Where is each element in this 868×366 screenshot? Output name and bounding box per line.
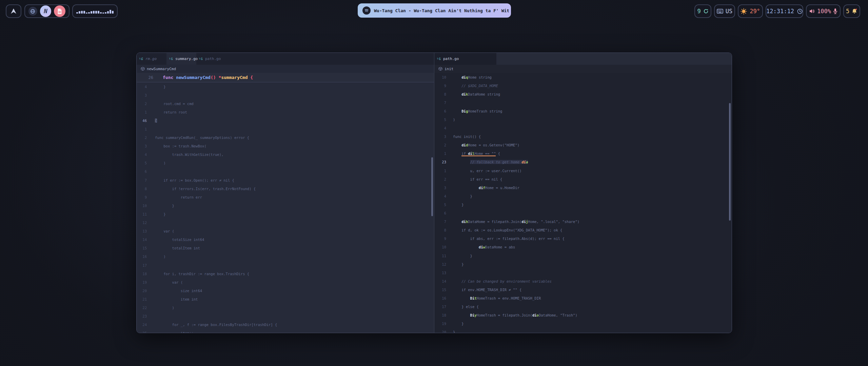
code-line: 8 if !errors.Is(err, trash.ErrNotFound) …	[137, 184, 434, 193]
notifications-widget[interactable]: 5	[843, 4, 860, 18]
symbol-cube-icon	[438, 67, 442, 71]
code-line: 12 }	[434, 260, 732, 268]
left-scrollbar[interactable]	[431, 157, 433, 216]
code-line: 3 difHome = u.HomeDir	[434, 183, 732, 192]
code-line: 16 )	[137, 252, 434, 261]
keyboard-icon	[717, 9, 723, 14]
updates-widget[interactable]: 9	[694, 4, 711, 18]
line-number: 10	[137, 204, 147, 208]
line-number: 18	[434, 313, 446, 317]
line-number: 23	[137, 314, 147, 318]
sticky-context-line: 26 func newSummaryCmd() *summaryCmd {	[137, 73, 434, 82]
code-line: 16 DitHomeTrash = env.HOME_TRASH_DIR	[434, 294, 732, 302]
line-number: 2	[137, 136, 147, 140]
tab-path.go[interactable]: Gpath.go	[196, 53, 226, 65]
notifications-count: 5	[846, 8, 849, 15]
neovim-dock-icon[interactable]: N	[40, 5, 52, 17]
code-line: 2func summaryCmdRun(_ summaryOptions) er…	[137, 134, 434, 142]
volume-level: 100%	[817, 8, 831, 15]
n-letter-icon: N	[44, 8, 47, 15]
tab-path.go[interactable]: Gpath.go	[434, 53, 496, 65]
code-line: 13	[434, 268, 732, 277]
code-line: 3 box := trash.NewBox(	[137, 142, 434, 150]
line-number: 46	[137, 119, 147, 123]
code-line: 5)	[434, 115, 732, 124]
line-number: 10	[434, 245, 446, 249]
line-number: 12	[434, 262, 446, 266]
code-line: 3func init() {	[434, 133, 732, 141]
line-number: 17	[434, 305, 446, 309]
svg-text:G: G	[141, 57, 143, 61]
line-number: 10	[434, 75, 446, 79]
left-breadcrumb: newSummaryCmd	[137, 65, 434, 73]
code-line: 5 )	[137, 159, 434, 167]
code-line: 19 var (	[137, 278, 434, 286]
tab-summary.go[interactable]: Gsummary.go	[166, 53, 196, 65]
line-number: 18	[137, 272, 147, 276]
line-number: 11	[434, 254, 446, 258]
line-number: 8	[434, 92, 446, 96]
code-line: 9 return err	[137, 193, 434, 201]
code-line: 4	[434, 124, 732, 133]
tab-label: path.go	[443, 57, 459, 61]
line-number: 3	[434, 135, 446, 139]
code-line: 6 DigHomeTrash string	[434, 107, 732, 115]
line-number: 4	[434, 126, 446, 130]
line-number: 5	[137, 161, 147, 165]
line-number: 4	[434, 194, 446, 198]
launcher-button[interactable]	[6, 4, 21, 18]
code-line: 18 for i, trashDir := range box.TrashDir…	[137, 269, 434, 278]
browser-dock-icon[interactable]	[28, 7, 37, 16]
keyboard-layout-label: US	[726, 8, 732, 15]
line-number: 13	[434, 271, 446, 275]
code-line: 1 u, err := user.Current()	[434, 166, 732, 175]
code-line: 23	[137, 312, 434, 321]
line-number: 25	[137, 331, 147, 333]
code-line: 9 // $XDG_DATA_HOME	[434, 81, 732, 90]
visualizer-bar	[100, 12, 102, 14]
right-code-area[interactable]: 10 diqHome string9 // $XDG_DATA_HOME8 di…	[434, 73, 732, 333]
tab-rm.go[interactable]: Grm.go	[137, 53, 166, 65]
desktop: { "topbar": { "launcher": { "icon": "arr…	[0, 0, 868, 366]
left-code-area[interactable]: 4 }32 root.cmd = cmd1 return root46}12fu…	[137, 82, 434, 333]
code-line: 14 totalSize int64	[137, 236, 434, 244]
globe-icon	[30, 9, 35, 14]
now-playing-text: Wu-Tang Clan - Wu-Tang Clan Ain't Nuthin…	[374, 8, 509, 13]
line-number: 3	[137, 144, 147, 148]
go-file-icon: G	[139, 57, 144, 61]
code-line: 18 DiyHomeTrash = filepath.Join(dioDataH…	[434, 311, 732, 320]
code-line: 21 item int	[137, 295, 434, 303]
documents-dock-icon[interactable]	[54, 5, 65, 17]
code-line: 10 diqHome string	[434, 73, 732, 81]
weather-widget[interactable]: 29°	[738, 4, 763, 18]
code-line: 24 for _, f := range box.FilesByTrashDir…	[137, 321, 434, 329]
keyboard-layout-widget[interactable]: US	[714, 4, 735, 18]
line-number: 19	[434, 322, 446, 326]
speaker-icon	[809, 8, 815, 14]
code-line: 8 dikDataHome string	[434, 90, 732, 98]
code-line: 2 if err == nil {	[434, 175, 732, 183]
top-status-bar: N Wu-Tang Clan - Wu-Tang Clan Ain't Nuth…	[0, 0, 868, 22]
line-number: 1	[137, 110, 147, 114]
line-number: 13	[137, 229, 147, 233]
line-number: 5	[434, 118, 446, 122]
code-line: 2 didHome = os.Getenv("HOME")	[434, 141, 732, 149]
code-line: 7 dihDataHome = filepath.Join(dijHome, "…	[434, 218, 732, 226]
code-line: 4 }	[137, 82, 434, 91]
file-icon	[57, 8, 62, 14]
go-file-icon: G	[437, 57, 441, 61]
audio-widget[interactable]: 100%	[806, 4, 841, 18]
code-line: 25 item++	[137, 329, 434, 333]
weather-temp: 29°	[750, 8, 760, 15]
line-number: 16	[137, 255, 147, 259]
code-line: 4 trash.WithGetSize(true),	[137, 150, 434, 159]
visualizer-bar	[105, 12, 106, 14]
line-number: 6	[434, 109, 446, 113]
line-number: 24	[137, 323, 147, 327]
clock-widget[interactable]: 12:31:12	[766, 4, 803, 18]
now-playing-widget[interactable]: Wu-Tang Clan - Wu-Tang Clan Ain't Nuthin…	[358, 3, 511, 18]
right-scrollbar[interactable]	[729, 103, 731, 221]
line-number: 20	[434, 330, 446, 333]
line-number: 1	[434, 151, 446, 156]
code-line: 6	[137, 167, 434, 176]
